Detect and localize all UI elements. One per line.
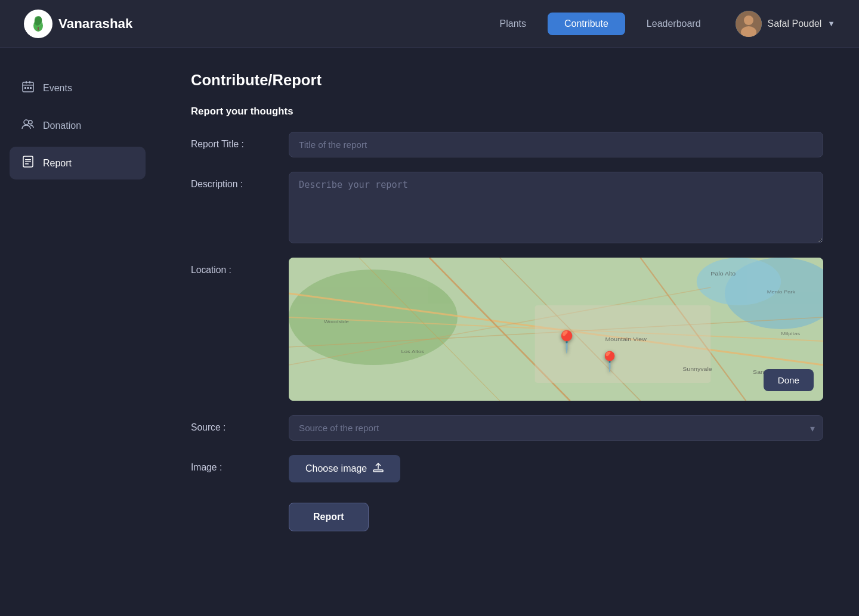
location-label: Location : xyxy=(191,258,274,276)
svg-rect-17 xyxy=(25,159,31,160)
sidebar-item-events[interactable]: Events xyxy=(10,72,146,104)
location-row: Location : xyxy=(191,258,823,401)
svg-point-5 xyxy=(744,16,753,25)
svg-rect-3 xyxy=(38,27,39,30)
svg-text:Palo Alto: Palo Alto xyxy=(710,271,736,277)
map-pin-teal: 📍 xyxy=(598,350,622,373)
nav-contribute[interactable]: Contribute xyxy=(548,13,625,35)
svg-rect-13 xyxy=(30,87,32,89)
layout: Events Donation xyxy=(0,48,859,616)
report-title-label: Report Title : xyxy=(191,132,274,150)
source-select-wrapper: Source of the report ▾ xyxy=(289,415,823,441)
nav-plants[interactable]: Plants xyxy=(483,13,543,35)
donation-icon xyxy=(21,117,35,134)
map-done-button[interactable]: Done xyxy=(764,369,814,391)
svg-point-14 xyxy=(24,120,29,125)
description-row: Description : xyxy=(191,172,823,243)
sidebar: Events Donation xyxy=(0,48,155,616)
upload-icon xyxy=(373,462,384,475)
svg-text:Menlo Park: Menlo Park xyxy=(767,289,796,295)
section-subtitle: Report your thoughts xyxy=(191,106,823,117)
nav-leaderboard[interactable]: Leaderboard xyxy=(630,13,718,35)
choose-image-button[interactable]: Choose image xyxy=(289,455,400,482)
svg-rect-19 xyxy=(25,163,29,165)
sidebar-item-report[interactable]: Report xyxy=(10,147,146,179)
map-container[interactable]: Palo Alto Menlo Park Mountain View Sunny… xyxy=(289,258,823,401)
navbar: Vanarashak Plants Contribute Leaderboard… xyxy=(0,0,859,48)
submit-spacer xyxy=(191,497,274,504)
nav-user[interactable]: Safal Poudel ▼ xyxy=(736,11,835,37)
svg-text:Los Altos: Los Altos xyxy=(401,349,425,354)
report-title-input[interactable] xyxy=(289,132,823,157)
svg-point-21 xyxy=(289,270,458,365)
image-label: Image : xyxy=(191,455,274,473)
report-title-row: Report Title : xyxy=(191,132,823,157)
avatar xyxy=(736,11,762,37)
svg-text:Sunnyvale: Sunnyvale xyxy=(682,366,712,372)
svg-rect-8 xyxy=(23,85,33,86)
sidebar-donation-label: Donation xyxy=(43,120,81,131)
report-icon xyxy=(21,155,35,171)
map-background: Palo Alto Menlo Park Mountain View Sunny… xyxy=(289,258,823,401)
source-select[interactable]: Source of the report xyxy=(289,415,823,441)
events-icon xyxy=(21,80,35,96)
source-label: Source : xyxy=(191,415,274,433)
app-name: Vanarashak xyxy=(58,16,132,32)
image-row: Image : Choose image xyxy=(191,455,823,482)
submit-row: Report xyxy=(191,497,823,531)
map-pin-red: 📍 xyxy=(554,329,580,354)
sidebar-item-donation[interactable]: Donation xyxy=(10,109,146,142)
choose-image-label: Choose image xyxy=(305,463,367,474)
main-content: Contribute/Report Report your thoughts R… xyxy=(155,48,859,616)
svg-rect-10 xyxy=(29,81,30,83)
svg-rect-12 xyxy=(27,87,29,89)
svg-text:Mountain View: Mountain View xyxy=(605,336,647,342)
svg-rect-9 xyxy=(26,81,27,83)
source-row: Source : Source of the report ▾ xyxy=(191,415,823,441)
nav-logo: Vanarashak xyxy=(24,10,483,38)
svg-rect-41 xyxy=(373,470,383,472)
svg-text:Milpitas: Milpitas xyxy=(781,331,801,336)
chevron-down-icon: ▼ xyxy=(827,19,835,28)
username-label: Safal Poudel xyxy=(768,18,822,29)
report-submit-button[interactable]: Report xyxy=(289,503,369,531)
svg-rect-11 xyxy=(24,87,26,89)
svg-rect-18 xyxy=(25,162,31,163)
logo-icon xyxy=(24,10,52,38)
page-title: Contribute/Report xyxy=(191,72,823,89)
svg-text:Woodside: Woodside xyxy=(324,319,349,324)
svg-point-15 xyxy=(29,120,32,124)
description-label: Description : xyxy=(191,172,274,190)
description-input[interactable] xyxy=(289,172,823,243)
svg-point-23 xyxy=(697,258,781,305)
sidebar-report-label: Report xyxy=(43,158,72,169)
nav-links: Plants Contribute Leaderboard xyxy=(483,13,718,35)
sidebar-events-label: Events xyxy=(43,83,72,94)
